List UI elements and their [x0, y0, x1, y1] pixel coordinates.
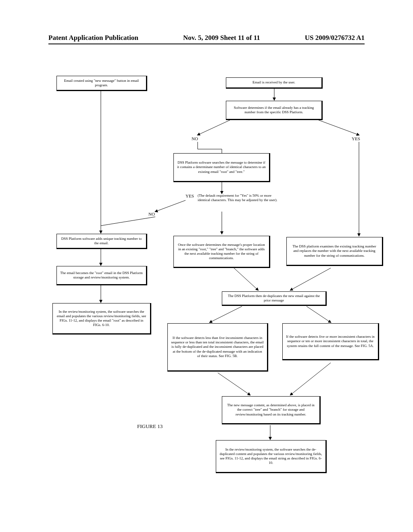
figure-label: FIGURE 13 — [137, 423, 163, 430]
box-review-root: In the review/monitoring system, the sof… — [52, 303, 151, 335]
svg-line-15 — [234, 268, 258, 290]
box-start-right: Email is received by the user. — [226, 77, 323, 89]
label-yes-1: YES — [352, 136, 360, 141]
svg-line-9 — [155, 200, 186, 212]
box-proper-location: Once the software determines the message… — [173, 236, 270, 268]
box-placed: The new message content, as determined a… — [222, 396, 321, 424]
svg-line-16 — [290, 268, 331, 290]
svg-line-17 — [210, 306, 242, 322]
svg-line-19 — [218, 373, 250, 395]
svg-line-3 — [319, 120, 359, 135]
box-start-left: Email created using "new message" button… — [56, 76, 147, 91]
label-no-1: NO — [192, 136, 198, 141]
box-dedup-left: If the software detects less than five i… — [167, 323, 268, 372]
box-dedup: The DSS Platform then de-duplicates the … — [222, 291, 327, 306]
svg-line-11 — [101, 217, 155, 226]
svg-line-20 — [290, 363, 331, 395]
svg-line-2 — [198, 120, 230, 135]
header-rule — [48, 44, 365, 44]
label-no-2: NO — [148, 212, 155, 216]
header-center: Nov. 5, 2009 Sheet 11 of 11 — [183, 34, 260, 42]
box-becomes-root: The email becomes the "root" email in th… — [56, 266, 147, 285]
box-dedup-right: If the software detects five or more inc… — [282, 323, 379, 360]
header-left: Patent Application Publication — [48, 34, 138, 42]
box-check-tracking: Software determines if the email already… — [226, 101, 323, 120]
box-final-review: In the review/monitoring system, the sof… — [216, 440, 327, 473]
header-right: US 2009/0276732 A1 — [305, 34, 365, 42]
note-yes-2: (The default requirement for "Yes" is 50… — [198, 193, 282, 203]
box-add-unique: DSS Platform software adds unique tracki… — [56, 234, 147, 249]
connector-lines — [48, 73, 365, 500]
box-examines-existing: The DSS platform examines the existing t… — [286, 237, 383, 266]
box-search-chars: DSS Platform software searches the messa… — [173, 153, 270, 182]
flowchart-canvas: Email created using "new message" button… — [48, 73, 365, 500]
label-yes-2: YES — [186, 193, 194, 198]
svg-line-18 — [307, 306, 331, 322]
